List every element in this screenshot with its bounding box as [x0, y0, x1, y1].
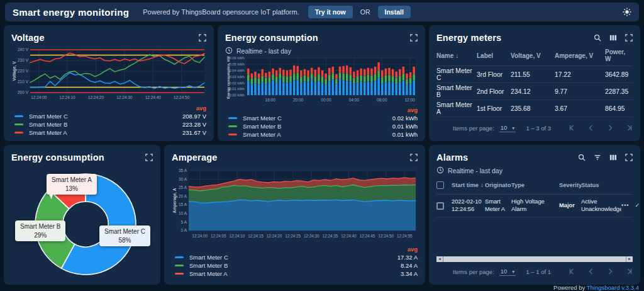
svg-text:12:24:30: 12:24:30	[304, 234, 319, 238]
column-header[interactable]: Start time↓	[452, 181, 485, 188]
legend-item[interactable]: Smart Meter B8.24 A	[172, 261, 418, 270]
more-actions-icon[interactable]: •••	[621, 202, 629, 209]
fullscreen-icon[interactable]	[410, 34, 418, 42]
column-header[interactable]: Name↓	[436, 52, 477, 59]
svg-text:12:24:55: 12:24:55	[397, 234, 413, 238]
legend-item[interactable]: Smart Meter A3.34 A	[172, 270, 418, 278]
energy-meters-pagination: Items per page:10▾1 – 3 of 3	[436, 120, 633, 136]
scrollbar-thumb[interactable]	[443, 256, 626, 262]
filter-icon[interactable]	[594, 154, 601, 161]
energy-bars-legend: avgSmart Meter C0.02 kWhSmart Meter B0.0…	[225, 106, 418, 139]
table-cell: 9.77	[555, 88, 605, 95]
next-page-button[interactable]	[606, 268, 614, 275]
columns-icon[interactable]	[609, 154, 617, 161]
column-header[interactable]: Label	[477, 52, 511, 59]
columns-icon[interactable]	[609, 34, 617, 42]
previous-page-button[interactable]	[587, 124, 595, 132]
table-cell: 864.95	[605, 105, 633, 112]
ack-check-icon[interactable]: ✓	[635, 202, 640, 209]
scroll-right-arrow[interactable]: ►	[626, 256, 633, 262]
next-page-button[interactable]	[606, 124, 614, 132]
fullscreen-icon[interactable]	[410, 154, 418, 161]
table-row[interactable]: Smart Meter A1st Floor235.683.67864.95	[436, 100, 633, 117]
table-cell: Smart Meter B	[436, 84, 477, 98]
svg-text:0.00 kWh: 0.00 kWh	[230, 93, 245, 97]
last-page-button[interactable]	[625, 124, 633, 132]
row-checkbox[interactable]	[436, 202, 444, 210]
theme-toggle-sun-icon[interactable]	[623, 8, 631, 16]
items-per-page-select[interactable]: 10▾	[499, 268, 516, 276]
fullscreen-icon[interactable]	[145, 154, 153, 161]
column-header[interactable]: Originator	[485, 182, 511, 188]
amperage-legend: avgSmart Meter C17.32 ASmart Meter B8.24…	[172, 246, 418, 278]
timewindow-label: Realtime - last day	[236, 47, 291, 55]
install-button[interactable]: Install	[378, 6, 411, 18]
voltage-widget: Voltage 200 V210 V220 V230 V240 V12:24:0…	[4, 25, 214, 141]
table-cell: 2nd Floor	[477, 88, 511, 95]
last-page-button[interactable]	[625, 268, 633, 275]
column-header[interactable]: Voltage, V	[511, 52, 555, 59]
try-it-now-button[interactable]: Try it now	[308, 6, 353, 18]
first-page-button[interactable]	[569, 268, 576, 275]
svg-text:16:00: 16:00	[265, 98, 276, 102]
fullscreen-icon[interactable]	[625, 154, 633, 161]
thingsboard-link[interactable]: Thingsboard v.3.3.4	[587, 284, 639, 291]
column-header[interactable]: Severity	[559, 182, 581, 188]
horizontal-scrollbar[interactable]: ◄ ►	[436, 256, 633, 262]
alarm-row[interactable]: 2022-02-10 12:24:56Smart Meter AHigh Vol…	[436, 195, 633, 217]
svg-text:200 V: 200 V	[18, 90, 29, 94]
avg-column-header: avg	[225, 106, 418, 114]
column-header[interactable]: Status	[581, 182, 621, 188]
alarms-widget: Alarms Realtime - last day Start time↓Or…	[429, 145, 640, 285]
widget-title: Energy meters	[436, 33, 501, 43]
table-row[interactable]: Smart Meter B2nd Floor234.129.772287.35	[436, 83, 633, 100]
widget-title: Amperage	[172, 152, 218, 163]
legend-item[interactable]: Smart Meter B223.28 V	[11, 120, 206, 128]
legend-item[interactable]: Smart Meter C0.02 kWh	[225, 114, 418, 122]
legend-avg-value: 3.34 A	[401, 270, 418, 277]
svg-text:12:24:05: 12:24:05	[211, 234, 226, 238]
table-cell: 1st Floor	[477, 105, 511, 112]
table-row[interactable]: Smart Meter C3rd Floor211.5517.223642.89	[436, 66, 633, 83]
timewindow[interactable]: Realtime - last day	[225, 45, 418, 56]
legend-item[interactable]: Smart Meter A0.01 kWh	[225, 130, 418, 139]
search-icon[interactable]	[594, 34, 601, 42]
caret-down-icon: ▾	[512, 125, 514, 131]
table-header-row: Start time↓OriginatorTypeSeverityStatus	[436, 176, 633, 195]
fullscreen-icon[interactable]	[199, 34, 206, 42]
widget-title: Voltage	[11, 33, 45, 43]
svg-text:30 A: 30 A	[179, 177, 187, 181]
search-icon[interactable]	[578, 154, 586, 161]
table-header-row: Name↓LabelVoltage, VAmperage, VPower, W	[436, 45, 633, 66]
column-header[interactable]: Power, W	[605, 48, 633, 62]
amperage-area-chart: 0 A5 A10 A15 A20 A25 A30 A35 A12:24:0012…	[172, 168, 418, 244]
legend-item[interactable]: Smart Meter B0.01 kWh	[225, 122, 418, 130]
caret-down-icon: ▾	[512, 269, 514, 275]
svg-text:35 A: 35 A	[179, 168, 187, 173]
legend-item[interactable]: Smart Meter A231.67 V	[11, 128, 206, 137]
energy-meters-table: Name↓LabelVoltage, VAmperage, VPower, WS…	[436, 45, 633, 117]
table-cell: 2287.35	[605, 88, 633, 95]
timewindow[interactable]: Realtime - last day	[436, 165, 633, 176]
scroll-left-arrow[interactable]: ◄	[436, 256, 443, 262]
previous-page-button[interactable]	[587, 268, 595, 275]
select-all-checkbox[interactable]	[436, 181, 444, 189]
fullscreen-icon[interactable]	[625, 34, 633, 42]
voltage-legend: avgSmart Meter C208.97 VSmart Meter B223…	[11, 105, 206, 137]
powered-by-text: Powered by	[553, 284, 585, 291]
svg-text:0.01 kWh: 0.01 kWh	[230, 87, 245, 91]
table-cell: 17.22	[555, 71, 605, 78]
legend-label: Smart Meter A	[29, 129, 67, 136]
legend-color-dash	[14, 132, 23, 134]
svg-text:0.03 kWh: 0.03 kWh	[230, 75, 245, 79]
items-per-page-select[interactable]: 10▾	[499, 124, 516, 132]
legend-item[interactable]: Smart Meter C208.97 V	[11, 112, 206, 120]
legend-item[interactable]: Smart Meter C17.32 A	[172, 253, 418, 261]
column-header[interactable]: Amperage, V	[555, 52, 605, 59]
legend-label: Smart Meter B	[29, 121, 67, 128]
first-page-button[interactable]	[569, 124, 576, 132]
legend-color-dash	[14, 123, 23, 125]
svg-text:12:24:30: 12:24:30	[116, 95, 133, 100]
sort-arrow-icon: ↓	[455, 52, 458, 59]
column-header[interactable]: Type	[511, 182, 559, 188]
